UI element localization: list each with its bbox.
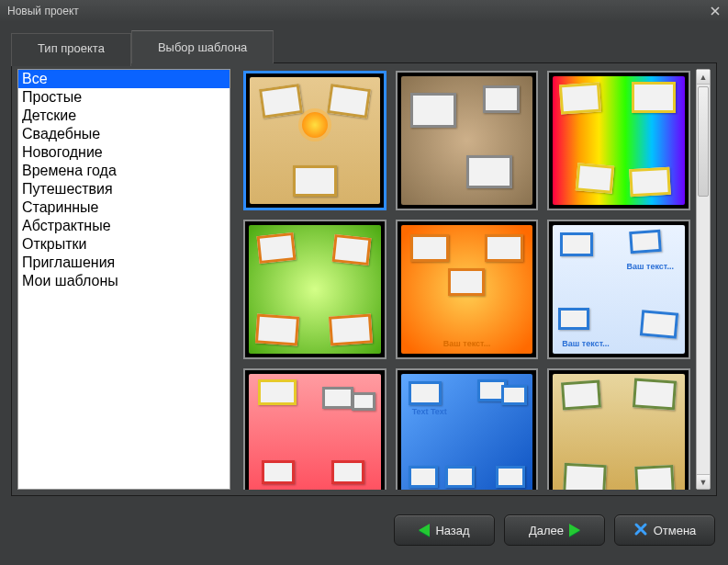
thumb-preview <box>401 76 533 205</box>
thumb-caption: Ваш текст... <box>562 339 609 348</box>
titlebar: Новый проект <box>0 0 728 22</box>
thumb-caption: Ваш текст... <box>443 339 490 348</box>
button-label: Отмена <box>654 524 697 537</box>
thumb-preview: Ваш текст... Ваш текст... <box>553 225 685 354</box>
thumb-preview: Text Text <box>249 374 381 490</box>
close-icon[interactable] <box>708 4 722 18</box>
scroll-handle[interactable] <box>698 86 709 197</box>
category-list[interactable]: Все Простые Детские Свадебные Новогодние… <box>17 69 230 490</box>
template-thumb[interactable] <box>243 220 386 359</box>
arrow-right-icon <box>569 524 580 537</box>
next-button[interactable]: Далее <box>504 514 605 546</box>
gallery-scrollbar[interactable]: ▲ ▼ <box>696 69 711 490</box>
cancel-button[interactable]: Отмена <box>614 514 715 546</box>
thumb-preview: Ваш текст... <box>401 225 533 354</box>
thumb-preview <box>250 77 380 204</box>
category-item[interactable]: Мои шаблоны <box>18 272 230 290</box>
category-item[interactable]: Путешествия <box>18 180 230 198</box>
thumb-preview: Text Text Text Text <box>401 374 533 490</box>
window-title: Новый проект <box>7 5 79 17</box>
category-item[interactable]: Все <box>18 70 230 88</box>
tab-template-select[interactable]: Выбор шаблона <box>131 30 274 63</box>
main-panel: Все Простые Детские Свадебные Новогодние… <box>11 62 717 496</box>
sun-icon <box>302 112 328 138</box>
template-thumb[interactable]: Ваш текст... Ваш текст... <box>547 220 690 359</box>
category-item[interactable]: Свадебные <box>18 125 230 143</box>
template-thumb[interactable]: Ваш текст... <box>396 220 539 359</box>
thumb-preview <box>553 76 685 205</box>
category-item[interactable]: Новогодние <box>18 143 230 162</box>
button-label: Назад <box>435 524 469 537</box>
cancel-x-icon <box>633 522 648 539</box>
category-item[interactable]: Времена года <box>18 162 230 180</box>
category-item[interactable]: Открытки <box>18 235 230 254</box>
arrow-left-icon <box>419 524 430 537</box>
button-label: Далее <box>529 524 564 537</box>
category-item[interactable]: Старинные <box>18 198 230 217</box>
category-item[interactable]: Абстрактные <box>18 217 230 235</box>
thumb-preview <box>553 374 685 490</box>
template-thumb[interactable] <box>396 71 539 210</box>
scroll-up-button[interactable]: ▲ <box>697 70 710 85</box>
thumb-caption: Text Text <box>412 407 447 416</box>
category-item[interactable]: Детские <box>18 107 230 125</box>
gallery-wrap: Ваш текст... Ваш текст... Ваш текст... <box>241 69 711 490</box>
template-gallery: Ваш текст... Ваш текст... Ваш текст... <box>241 69 692 490</box>
thumb-caption: Ваш текст... <box>627 262 674 271</box>
template-thumb[interactable] <box>243 71 386 210</box>
tab-project-type[interactable]: Тип проекта <box>11 33 131 66</box>
template-thumb[interactable] <box>547 368 690 490</box>
back-button[interactable]: Назад <box>394 514 495 546</box>
template-thumb[interactable]: Text Text Text Text <box>396 368 539 490</box>
footer-buttons: Назад Далее Отмена <box>0 505 728 546</box>
category-item[interactable]: Простые <box>18 88 230 107</box>
thumb-preview <box>249 225 381 354</box>
scroll-down-button[interactable]: ▼ <box>697 474 710 489</box>
template-thumb[interactable]: Text Text <box>243 368 386 490</box>
category-item[interactable]: Приглашения <box>18 254 230 272</box>
template-thumb[interactable] <box>547 71 690 210</box>
tab-bar: Тип проекта Выбор шаблона <box>0 22 728 62</box>
